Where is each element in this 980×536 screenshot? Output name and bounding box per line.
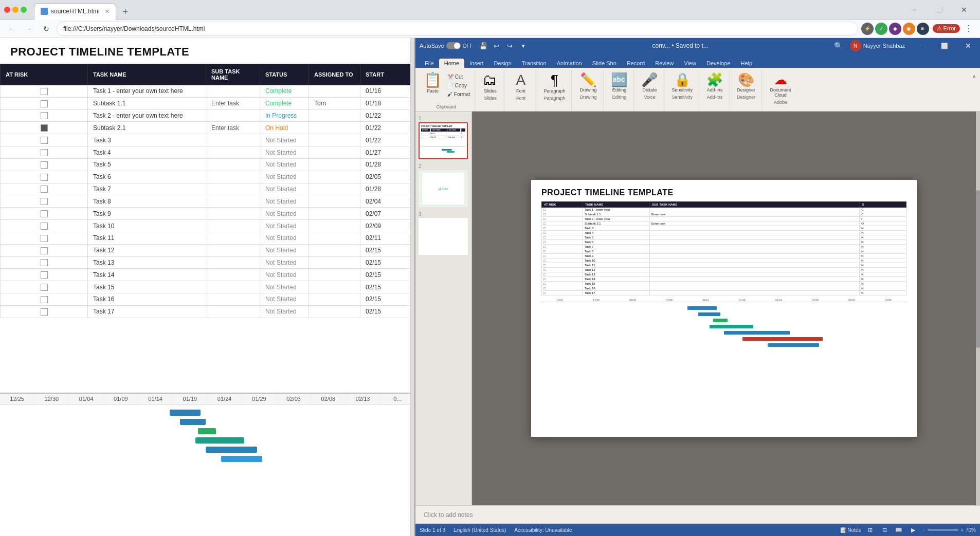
slides-icon: 🗂 [483, 73, 497, 87]
gantt-date-0104: 01/04 [69, 394, 104, 404]
ppt-restore-btn[interactable]: ⬜ [933, 38, 956, 53]
minimize-btn[interactable] [12, 7, 19, 13]
autosave-toggle[interactable] [446, 42, 461, 49]
tab-view[interactable]: View [679, 59, 701, 68]
back-button[interactable]: ← [4, 22, 19, 36]
gantt-date-0119: 01/19 [173, 394, 207, 404]
tab-file[interactable]: File [420, 59, 439, 68]
ppt-minimize-btn[interactable]: − [909, 38, 933, 53]
slide-sorter-btn[interactable]: ⊟ [879, 525, 890, 535]
close-btn[interactable] [4, 7, 10, 13]
zoom-minus-btn[interactable]: − [922, 527, 925, 533]
tab-insert[interactable]: Insert [464, 59, 489, 68]
new-slide-button[interactable]: 🗂 Slides [480, 71, 500, 96]
table-cell-status: Not Started [260, 134, 309, 146]
tab-transition[interactable]: Transition [517, 59, 552, 68]
notes-area[interactable]: Click to add notes [415, 505, 980, 524]
reading-view-btn[interactable]: 📖 [894, 525, 904, 535]
customize-icon[interactable]: ▼ [517, 40, 530, 52]
dictate-button[interactable]: 🎤 Dictate [638, 71, 661, 95]
tab-review[interactable]: Review [650, 59, 679, 68]
sensitivity-button[interactable]: 🔒 Sensitivity [668, 71, 696, 95]
tab-animation[interactable]: Animation [552, 59, 587, 68]
ppt-close-btn[interactable]: ✕ [956, 38, 980, 53]
table-cell-assigned [309, 305, 360, 318]
profile-error-badge[interactable]: ⚠ Error [933, 24, 960, 33]
menu-button[interactable]: ⋮ [961, 22, 976, 36]
slide-canvas[interactable]: PROJECT TIMELINE TEMPLATE AT RISK TASK N… [531, 180, 917, 437]
undo-icon[interactable]: ↩ [491, 40, 503, 52]
sensitivity-label: Sensitivity [672, 87, 693, 93]
tab-help[interactable]: Help [735, 59, 757, 68]
normal-view-btn[interactable]: ⊞ [865, 525, 875, 535]
tab-slideshow[interactable]: Slide Sho [587, 59, 622, 68]
gantt-bar-teal1 [195, 437, 244, 443]
zoom-slider[interactable] [928, 529, 958, 531]
ext2-icon[interactable]: ✓ [875, 23, 887, 35]
ppt-vscroll[interactable] [976, 112, 980, 505]
active-tab[interactable]: sourceHTML.html ✕ [34, 3, 116, 20]
table-cell-status: Not Started [260, 305, 309, 318]
tab-home[interactable]: Home [439, 59, 464, 68]
ext3-icon[interactable]: ◆ [889, 23, 901, 35]
redo-icon[interactable]: ↪ [504, 40, 516, 52]
tab-design[interactable]: Design [489, 59, 517, 68]
designer-label: Designer [737, 87, 755, 93]
ribbon-collapse-btn[interactable]: ∧ [970, 72, 978, 80]
zoom-plus-btn[interactable]: + [960, 527, 964, 533]
address-bar[interactable]: file:///C:/Users/nayyer/Downloads/source… [57, 22, 858, 36]
table-cell-task: Task 3 [88, 134, 206, 146]
save-icon[interactable]: 💾 [477, 40, 489, 52]
ext5-icon[interactable]: ≡ [917, 23, 929, 35]
drawing-group-label: Drawing [579, 95, 596, 101]
tab-title: sourceHTML.html [51, 8, 100, 15]
address-text: file:///C:/Users/nayyer/Downloads/source… [63, 25, 205, 32]
editing-button[interactable]: 🔤 Editing [608, 71, 630, 95]
copy-button[interactable]: 📄 Copy [446, 82, 471, 89]
paragraph-button[interactable]: ¶ Paragraph [540, 71, 568, 96]
table-cell-atrisk [1, 146, 88, 159]
table-cell-start: 01/22 [360, 109, 414, 122]
cut-button[interactable]: ✂️ Cut [446, 73, 471, 81]
table-cell-task: Task 14 [88, 269, 206, 281]
table-cell-assigned [309, 269, 360, 281]
slide-mini-table: AT RISK TASK NAME SUB TASK NAME S □ Task… [541, 201, 906, 295]
tab-close-icon[interactable]: ✕ [105, 8, 110, 15]
user-avatar[interactable]: N [850, 40, 861, 51]
forward-button[interactable]: → [22, 22, 36, 36]
slide-thumb-3[interactable]: 3 [419, 211, 468, 255]
reload-button[interactable]: ↻ [39, 22, 53, 36]
minimize-window-btn[interactable]: − [903, 3, 927, 16]
font-button[interactable]: A Font [513, 71, 529, 96]
format-painter-button[interactable]: 🖌 Format [446, 90, 471, 98]
slide-thumb-2[interactable]: 2 📊 Chart [419, 163, 468, 207]
page-scrollbar[interactable] [410, 58, 414, 536]
addins-button[interactable]: 🧩 Add-ins [703, 71, 726, 95]
ppt-workspace: 1 PROJECT TIMELINE TEMPLATE AT RISK TASK… [415, 112, 980, 505]
new-tab-button[interactable]: + [118, 5, 133, 20]
notes-btn[interactable]: 📝 Notes [840, 527, 861, 533]
tab-record[interactable]: Record [622, 59, 650, 68]
slideshow-btn[interactable]: ▶ [908, 525, 918, 535]
doccloud-button[interactable]: ☁ DocumentCloud [767, 71, 794, 100]
table-cell-assigned [309, 183, 360, 195]
designer-button[interactable]: 🎨 Designer [734, 71, 758, 95]
table-cell-task: Task 2 - enter your own text here [88, 109, 206, 122]
close-window-btn[interactable]: ✕ [952, 3, 976, 16]
ext4-icon[interactable]: ◉ [903, 23, 915, 35]
drawing-icon: ✏️ [580, 73, 596, 86]
maximize-btn[interactable] [21, 7, 27, 13]
browser-extensions: ⚡ ✓ ◆ ◉ ≡ ⚠ Error ⋮ [861, 22, 976, 36]
table-cell-subtask [206, 134, 260, 146]
gantt-date-0203: 02/03 [277, 394, 311, 404]
slide-thumb-1[interactable]: 1 PROJECT TIMELINE TEMPLATE AT RISK TASK… [419, 116, 468, 159]
restore-window-btn[interactable]: ⬜ [928, 3, 951, 16]
ribbon-editing: 🔤 Editing Editing [605, 70, 634, 111]
drawing-button[interactable]: ✏️ Drawing [576, 71, 600, 95]
table-cell-atrisk [1, 171, 88, 183]
paste-button[interactable]: 📋 Paste [421, 71, 445, 96]
ext1-icon[interactable]: ⚡ [861, 23, 874, 35]
ppt-search-icon[interactable]: 🔍 [831, 39, 846, 53]
tab-developer[interactable]: Develope [701, 59, 735, 68]
autosave-label: AutoSave [420, 43, 444, 49]
